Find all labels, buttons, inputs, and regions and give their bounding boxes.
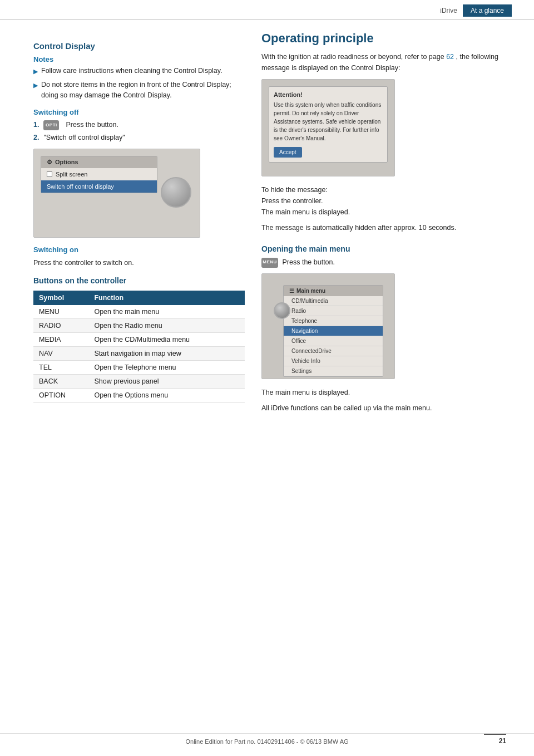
page-footer: Online Edition for Part no. 01402911406 … [0,733,534,745]
page-container: iDrive At a glance Control Display Notes… [0,0,534,756]
tab-ataglance[interactable]: At a glance [463,4,512,17]
opti-icon: OPTI [43,120,59,130]
table-row: MENUOpen the main menu [33,305,245,319]
cell-symbol-4: TEL [33,360,88,374]
press-button-text: Press the button. [282,258,335,266]
mainmenu-inner: ☰ Main menu CD/MultimediaRadioTelephoneN… [283,285,383,377]
mainmenu-knob [274,302,290,319]
step-2: 2. "Switch off control display" [33,132,245,143]
menu-icon-small: ☰ [289,288,294,294]
cell-function-3: Start navigation in map view [88,346,245,360]
mainmenu-item-0: CD/Multimedia [284,296,383,306]
mainmenu-item-5: ConnectedDrive [284,346,383,356]
attention-title: Attention! [274,91,383,98]
cell-symbol-5: BACK [33,374,88,388]
step-1-text: Press the button. [66,120,118,130]
menu-icon: MENU [261,258,278,268]
cell-symbol-6: OPTION [33,388,88,402]
options-menu-header: ⚙ Options [41,156,157,168]
accept-button[interactable]: Accept [274,147,302,158]
table-row: TELOpen the Telephone menu [33,360,245,374]
table-body: MENUOpen the main menuRADIOOpen the Radi… [33,305,245,402]
attention-body: Use this system only when traffic condit… [274,101,383,143]
step-1-num: 1. [33,120,39,130]
options-item-split-screen: Split screen [41,168,157,180]
col-function: Function [88,291,245,305]
tab-idrive[interactable]: iDrive [434,4,463,17]
main-menu-items: CD/MultimediaRadioTelephoneNavigationOff… [284,296,383,376]
footer-text: Online Edition for Part no. 01402911406 … [185,738,348,745]
main-content: Control Display Notes ▶ Follow care inst… [0,20,534,440]
switching-on-text: Press the controller to switch on. [33,257,245,268]
table-row: OPTIONOpen the Options menu [33,388,245,402]
mainmenu-item-6: Vehicle Info [284,356,383,366]
controller-knob-left [161,177,191,208]
options-item-switch-off: Switch off control display [41,180,157,193]
options-icon: ⚙ [47,159,52,166]
split-screen-checkbox [47,171,52,177]
switch-off-label: Switch off control display [47,183,114,190]
mainmenu-item-7: Settings [284,366,383,376]
buttons-title: Buttons on the controller [33,276,245,285]
step-1: 1. OPTI Press the button. [33,120,245,130]
notes-label: Notes [33,55,245,63]
intro-text-1: With the ignition at radio readiness or … [261,53,444,61]
table-row: RADIOOpen the Radio menu [33,318,245,332]
intro-paragraph: With the ignition at radio readiness or … [261,51,512,73]
mainmenu-header: ☰ Main menu [284,286,383,296]
opening-main-menu-title: Opening the main menu [261,244,512,253]
auto-hide-text: The message is automatically hidden afte… [261,222,512,233]
cell-function-4: Open the Telephone menu [88,360,245,374]
main-menu-displayed: The main menu is displayed. [261,387,512,398]
note-item-1: ▶ Follow care instructions when cleaning… [33,66,245,76]
split-screen-label: Split screen [56,171,87,178]
mainmenu-screenshot: ☰ Main menu CD/MultimediaRadioTelephoneN… [261,273,395,379]
mainmenu-item-4: Office [284,336,383,346]
control-display-title: Control Display [33,41,245,51]
mainmenu-item-3: Navigation [284,326,383,336]
cell-function-0: Open the main menu [88,305,245,319]
cell-symbol-1: RADIO [33,318,88,332]
page-number: 21 [484,734,506,745]
cell-function-2: Open the CD/Multimedia menu [88,332,245,346]
options-screenshot: ⚙ Options Split screen Switch off contro… [33,149,200,238]
buttons-table: Symbol Function MENUOpen the main menuRA… [33,291,245,402]
cell-symbol-0: MENU [33,305,88,319]
operating-title: Operating principle [261,31,512,46]
cell-symbol-3: NAV [33,346,88,360]
note-item-2: ▶ Do not store items in the region in fr… [33,80,245,101]
table-header-row: Symbol Function [33,291,245,305]
note-text-2: Do not store items in the region in fron… [41,80,245,101]
switching-off-title: Switching off [33,108,245,116]
col-symbol: Symbol [33,291,88,305]
bullet-arrow-1: ▶ [33,67,38,76]
attention-screenshot: Attention! Use this system only when tra… [261,79,395,176]
page-ref-link[interactable]: 62 [446,53,454,61]
right-column: Operating principle With the ignition at… [261,31,512,418]
attention-box: Attention! Use this system only when tra… [269,86,388,163]
hide-message-text: To hide the message: Press the controlle… [261,184,512,218]
mainmenu-item-1: Radio [284,306,383,316]
bullet-arrow-2: ▶ [33,81,38,90]
cell-function-1: Open the Radio menu [88,318,245,332]
press-button-para: MENU Press the button. [261,257,512,268]
table-row: MEDIAOpen the CD/Multimedia menu [33,332,245,346]
cell-symbol-2: MEDIA [33,332,88,346]
switching-on-title: Switching on [33,246,245,254]
notes-list: ▶ Follow care instructions when cleaning… [33,66,245,100]
mainmenu-item-2: Telephone [284,316,383,326]
step-2-text: "Switch off control display" [43,132,125,143]
switching-off-steps: 1. OPTI Press the button. 2. "Switch off… [33,120,245,143]
table-row: BACKShow previous panel [33,374,245,388]
options-menu-box: ⚙ Options Split screen Switch off contro… [41,156,157,193]
all-functions-text: All iDrive functions can be called up vi… [261,402,512,414]
option-btn-icon-1: OPTI [43,120,61,130]
cell-function-6: Open the Options menu [88,388,245,402]
note-text-1: Follow care instructions when cleaning t… [41,66,222,76]
mainmenu-header-label: Main menu [296,288,325,294]
top-header: iDrive At a glance [0,0,534,20]
step-2-num: 2. [33,132,39,143]
cell-function-5: Show previous panel [88,374,245,388]
table-row: NAVStart navigation in map view [33,346,245,360]
options-menu-header-label: Options [55,159,78,165]
